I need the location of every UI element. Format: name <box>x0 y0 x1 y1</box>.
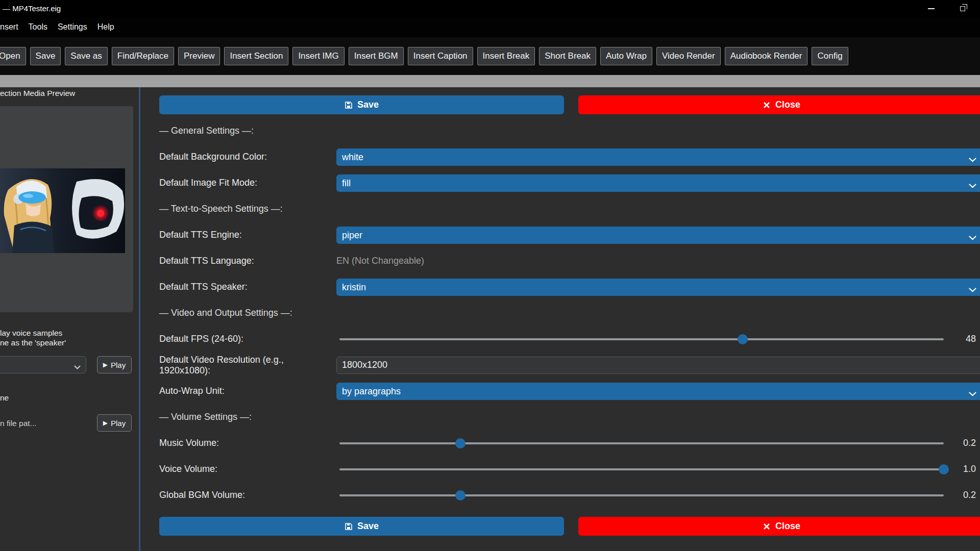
toolbar-config-button[interactable]: Config <box>812 47 848 65</box>
toolbar-video-render-button[interactable]: Video Render <box>656 47 721 65</box>
sidebar: ection Media Preview <box>0 87 139 551</box>
tts-speaker-value: kristin <box>342 279 366 296</box>
toolbar-insert-section-button[interactable]: Insert Section <box>224 47 288 65</box>
top-action-row: Save Close <box>159 95 980 114</box>
toolbar-insert-bgm-button[interactable]: Insert BGM <box>349 47 404 65</box>
autowrap-value: by paragraphs <box>342 383 401 400</box>
row-tts-speaker: Default TTS Speaker: kristin <box>159 274 980 300</box>
slider-thumb[interactable] <box>738 334 748 344</box>
save-button-top[interactable]: Save <box>159 95 564 114</box>
voice-sample-hint: lay voice samples ne as the 'speaker' <box>0 328 66 347</box>
toolbar-insert-img-button[interactable]: Insert IMG <box>292 47 344 65</box>
toolbar-audiobook-render-button[interactable]: Audiobook Render <box>725 47 808 65</box>
fps-value: 48 <box>944 334 980 344</box>
section-header-general: — General Settings —: <box>159 126 254 136</box>
row-bgm-volume: Global BGM Volume: 0.2 <box>159 482 980 508</box>
section-header-video: — Video and Output Settings —: <box>159 308 292 318</box>
window-controls: ✕ <box>916 0 980 17</box>
toolbar-find-replace-button[interactable]: Find/Replace <box>112 47 174 65</box>
minimize-button[interactable] <box>916 0 947 17</box>
menu-item-tools[interactable]: Tools <box>23 20 53 34</box>
menu-item-help[interactable]: Help <box>92 20 119 34</box>
close-icon <box>763 522 771 531</box>
save-button-label: Save <box>357 99 379 110</box>
toolbar-preview-button[interactable]: Preview <box>178 47 220 65</box>
default-tts-speaker-select[interactable]: kristin <box>336 279 980 296</box>
close-button-top[interactable]: Close <box>578 95 980 114</box>
slider-thumb[interactable] <box>939 464 949 474</box>
row-tts-language: Default TTS Language: EN (Not Changeable… <box>159 248 980 274</box>
voice-sample-select[interactable] <box>0 356 86 373</box>
minimize-icon <box>928 8 935 9</box>
row-fps: Default FPS (24-60): 48 <box>159 326 980 352</box>
toolbar-insert-caption-button[interactable]: Insert Caption <box>408 47 473 65</box>
play-icon: ▶ <box>103 419 108 427</box>
default-fps-slider[interactable] <box>339 334 944 344</box>
image-fit-label: Default Image Fit Mode: <box>159 178 336 188</box>
default-image-fit-select[interactable]: fill <box>336 174 980 192</box>
toolbar-auto-wrap-button[interactable]: Auto Wrap <box>600 47 652 65</box>
config-panel: Save Close — General Settings —: Default… <box>140 87 980 551</box>
voice-volume-value: 1.0 <box>944 464 980 474</box>
row-tts-engine: Default TTS Engine: piper <box>159 222 980 248</box>
image-fit-value: fill <box>342 174 351 192</box>
fps-label: Default FPS (24-60): <box>159 334 336 344</box>
restore-button[interactable] <box>947 0 978 17</box>
slider-track[interactable] <box>339 338 944 340</box>
slider-thumb[interactable] <box>455 438 465 448</box>
default-background-color-select[interactable]: white <box>336 148 980 166</box>
close-window-button[interactable]: ✕ <box>978 0 980 17</box>
menu-item-insert[interactable]: nsert <box>0 20 23 34</box>
tts-speaker-label: Default TTS Speaker: <box>159 282 336 292</box>
video-resolution-input[interactable] <box>336 357 980 374</box>
save-icon <box>345 101 353 109</box>
tts-engine-value: piper <box>342 227 362 244</box>
menubar: nsert Tools Settings Help <box>0 17 980 37</box>
background-color-label: Default Background Color: <box>159 152 336 162</box>
play-voice-sample-button[interactable]: ▶ Play <box>97 356 132 373</box>
slider-track[interactable] <box>339 442 944 444</box>
row-music-volume: Music Volume: 0.2 <box>159 430 980 456</box>
tts-language-label: Default TTS Language: <box>159 256 336 266</box>
close-button-bottom[interactable]: Close <box>578 517 980 536</box>
menu-item-settings[interactable]: Settings <box>53 20 92 34</box>
play-icon: ▶ <box>103 361 108 368</box>
music-volume-slider[interactable] <box>339 438 944 448</box>
play-file-button[interactable]: ▶ Play <box>97 414 132 432</box>
bgm-volume-value: 0.2 <box>944 490 980 500</box>
settings-rows: — General Settings —: Default Background… <box>159 118 980 508</box>
row-autowrap: Auto-Wrap Unit: by paragraphs <box>159 378 980 404</box>
section-header-volume: — Volume Settings —: <box>159 412 252 422</box>
music-volume-value: 0.2 <box>944 438 980 448</box>
sidebar-title: ection Media Preview <box>0 89 75 98</box>
toolbar-save-as-button[interactable]: Save as <box>65 47 107 65</box>
app-window: — MP4Tester.eig ✕ nsert Tools Settings H… <box>0 0 980 551</box>
save-button-bottom[interactable]: Save <box>159 517 564 536</box>
save-icon <box>345 522 353 531</box>
global-bgm-volume-slider[interactable] <box>339 490 944 500</box>
auto-wrap-unit-select[interactable]: by paragraphs <box>336 383 980 400</box>
slider-track[interactable] <box>339 494 944 496</box>
toolbar-open-button[interactable]: Open <box>0 47 26 65</box>
close-button-label: Close <box>775 99 800 110</box>
background-color-value: white <box>342 148 363 166</box>
row-background-color: Default Background Color: white <box>159 144 980 170</box>
slider-track[interactable] <box>339 468 944 470</box>
file-path-text: n file pat... <box>0 419 37 428</box>
tts-engine-label: Default TTS Engine: <box>159 230 336 240</box>
bottom-action-row: Save Close <box>159 517 980 536</box>
save-button-label: Save <box>357 521 379 532</box>
slider-thumb[interactable] <box>455 490 465 500</box>
toolbar-short-break-button[interactable]: Short Break <box>539 47 596 65</box>
default-tts-engine-select[interactable]: piper <box>336 227 980 244</box>
row-voice-volume: Voice Volume: 1.0 <box>159 456 980 482</box>
toolbar-save-button[interactable]: Save <box>30 47 61 65</box>
tts-language-value: EN (Not Changeable) <box>336 256 424 266</box>
chevron-down-icon <box>74 363 81 372</box>
close-button-label: Close <box>775 521 800 532</box>
toolbar-insert-break-button[interactable]: Insert Break <box>477 47 535 65</box>
music-volume-label: Music Volume: <box>159 438 336 448</box>
chevron-down-icon <box>969 233 976 242</box>
voice-volume-slider[interactable] <box>339 464 944 474</box>
play-button-label: Play <box>111 361 126 369</box>
